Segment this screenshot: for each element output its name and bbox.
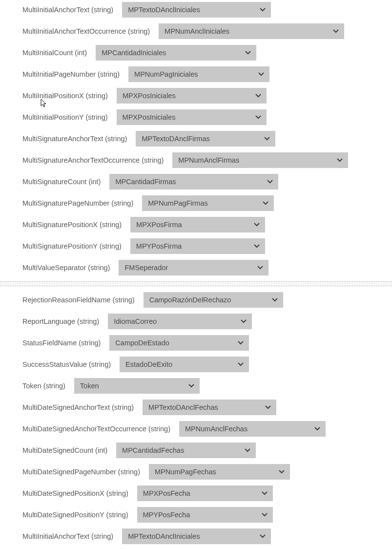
mapping-row: MultiInitialAnchorTextOccurrence (string… [0, 21, 392, 42]
mapping-dropdown[interactable]: MPTextoDAnclFirmas [136, 131, 275, 147]
chevron-down-icon [240, 318, 247, 325]
mapping-dropdown[interactable]: MPCantidadFechas [116, 443, 256, 458]
mapping-dropdown[interactable]: MPCantidadIniciales [96, 45, 256, 61]
field-label: MultiInitialAnchorText (string) [22, 532, 113, 540]
field-label: Token (string) [22, 382, 65, 390]
field-label: MultiDateSignedCount (int) [22, 446, 107, 454]
dropdown-selected-value: FMSeperador [124, 264, 168, 272]
mapping-row: MultiSignatureAnchorTextOccurrence (stri… [0, 149, 392, 171]
mapping-row: MultiSignaturePositionX (string)MPXPosFi… [0, 214, 392, 235]
mapping-dropdown[interactable]: MPTextoDAnclIniciales [122, 528, 271, 544]
chevron-down-icon [264, 135, 270, 142]
field-label: MultiInitialAnchorText (string) [22, 6, 113, 14]
dropdown-selected-value: MPNumPagIniciales [134, 70, 198, 78]
mapping-dropdown[interactable]: MPNumAnclFechas [179, 421, 326, 437]
chevron-down-icon [259, 533, 266, 540]
dropdown-selected-value: EstadoDeExito [125, 360, 172, 368]
chevron-down-icon [253, 243, 260, 250]
mapping-row: RejectionReasonFieldName (string)CampoRa… [0, 289, 392, 311]
field-label: SuccessStatusValue (string) [22, 360, 111, 368]
mapping-dropdown[interactable]: MPNumAnclIniciales [159, 23, 344, 39]
mapping-row: MultiSignatureAnchorText (string)MPTexto… [0, 128, 392, 149]
dropdown-selected-value: MPTextoDAnclFechas [148, 403, 218, 411]
field-label: MultiInitialPositionY (string) [22, 113, 108, 121]
mapping-dropdown[interactable]: CampoDeEstado [109, 335, 249, 351]
chevron-down-icon [253, 221, 260, 228]
field-label: RejectionReasonFieldName (string) [22, 296, 135, 304]
mapping-dropdown[interactable]: CampoRazónDelRechazo [144, 292, 283, 308]
dropdown-selected-value: MPTextoDAnclIniciales [128, 532, 200, 540]
mapping-dropdown[interactable]: MPTextoDAnclFechas [143, 400, 276, 415]
field-label: ReportLanguage (string) [22, 317, 99, 325]
mapping-row: MultiInitialAnchorTextOccurrence (string… [0, 547, 392, 549]
dropdown-selected-value: MPCantidadFechas [122, 446, 184, 454]
chevron-down-icon [261, 511, 268, 518]
dropdown-selected-value: MPYPosFecha [143, 511, 190, 519]
mapping-row: ReportLanguage (string)IdiomaCorreo [0, 311, 392, 332]
field-label: MultiDateSignedAnchorText (string) [22, 403, 134, 411]
chevron-down-icon [336, 157, 343, 164]
mapping-row: MultiInitialAnchorText (string)MPTextoDA… [0, 2, 392, 21]
field-label: MultiInitialPositionX (string) [22, 92, 108, 100]
mapping-row: MultiInitialPositionY (string)MPXPosInic… [0, 106, 392, 128]
chevron-down-icon [332, 28, 339, 35]
dropdown-selected-value: MPNumAnclIniciales [165, 27, 229, 35]
mapping-dropdown[interactable]: MPXPosFirma [130, 217, 265, 232]
mapping-dropdown[interactable]: MPYPosFirma [130, 238, 265, 254]
mapping-dropdown[interactable]: FMSeperador [119, 260, 268, 275]
mapping-dropdown[interactable]: MPXPosIniciales [117, 109, 267, 125]
mapping-dropdown[interactable]: MPTextoDAnclIniciales [122, 2, 271, 18]
mapping-row: MultiDateSignedAnchorText (string)MPText… [0, 397, 392, 418]
field-label: MultiDateSignedPositionY (string) [22, 511, 128, 519]
mapping-dropdown[interactable]: MPXPosIniciales [117, 88, 267, 104]
field-label: MultiInitialAnchorTextOccurrence (string… [22, 27, 150, 35]
field-label: MultiSignatureCount (int) [22, 178, 101, 186]
field-label: MultiDateSignedPageNumber (string) [22, 468, 140, 476]
mapping-row: MultiInitialPositionX (string)MPXPosInic… [0, 85, 392, 106]
chevron-down-icon [244, 447, 251, 454]
mapping-dropdown[interactable]: MPXPosFecha [137, 486, 273, 501]
dropdown-selected-value: CampoRazónDelRechazo [149, 296, 231, 304]
mapping-dropdown[interactable]: MPNumAnclFirmas [172, 152, 348, 168]
mapping-row: SuccessStatusValue (string)EstadoDeExito [0, 354, 392, 375]
dropdown-selected-value: MPXPosFirma [136, 221, 182, 229]
mapping-row: StatusFieldName (string)CampoDeEstado [0, 332, 392, 354]
mapping-row: MultiInitialPageNumber (string)MPNumPagI… [0, 63, 392, 85]
mapping-dropdown[interactable]: EstadoDeExito [120, 357, 249, 372]
chevron-down-icon [255, 92, 262, 99]
chevron-down-icon [262, 200, 269, 207]
dropdown-selected-value: CampoDeEstado [115, 339, 169, 347]
mapping-dropdown[interactable]: MPNumPagIniciales [128, 66, 269, 82]
mapping-dropdown[interactable]: MPYPosFecha [137, 507, 273, 523]
dropdown-selected-value: MPNumAnclFechas [185, 425, 248, 433]
chevron-down-icon [259, 6, 266, 13]
mapping-row: MultiSignatureCount (int)MPCantidadFirma… [0, 171, 392, 192]
field-label: MultiSignaturePositionY (string) [22, 242, 122, 250]
mapping-row: MultiDateSignedPositionX (string)MPXPosF… [0, 483, 392, 504]
chevron-down-icon [258, 71, 265, 78]
chevron-down-icon [237, 339, 244, 346]
mapping-dropdown[interactable]: IdiomaCorreo [108, 314, 252, 329]
field-label: MultiDateSignedAnchorTextOccurrence (str… [22, 425, 170, 433]
field-label: MultiSignatureAnchorText (string) [22, 135, 127, 143]
mapping-row: MultiDateSignedPageNumber (string)MPNumP… [0, 461, 392, 483]
mapping-dropdown[interactable]: MPCantidadFirmas [109, 174, 278, 190]
field-label: MultiDateSignedPositionX (string) [22, 489, 128, 497]
chevron-down-icon [314, 425, 321, 432]
mapping-dropdown[interactable]: Token [74, 378, 200, 394]
dropdown-selected-value: IdiomaCorreo [114, 317, 157, 325]
mapping-row: MultiDateSignedCount (int)MPCantidadFech… [0, 440, 392, 461]
field-label: StatusFieldName (string) [22, 339, 101, 347]
dropdown-selected-value: MPYPosFirma [136, 242, 182, 250]
mapping-row: MultiSignaturePositionY (string)MPYPosFi… [0, 235, 392, 257]
chevron-down-icon [267, 178, 273, 185]
field-label: MultiValueSeparator (string) [22, 264, 110, 272]
chevron-down-icon [265, 404, 271, 411]
chevron-down-icon [278, 468, 285, 475]
dropdown-selected-value: MPCantidadIniciales [102, 49, 166, 57]
mapping-section-1: MultiInitialAnchorText (string)MPTextoDA… [0, 0, 392, 280]
mapping-dropdown[interactable]: MPNumPagFechas [149, 464, 290, 480]
mapping-dropdown[interactable]: MPNumPagFirmas [142, 195, 274, 211]
dropdown-selected-value: MPTextoDAnclFirmas [142, 135, 209, 143]
field-label: MultiSignatureAnchorTextOccurrence (stri… [22, 156, 164, 164]
